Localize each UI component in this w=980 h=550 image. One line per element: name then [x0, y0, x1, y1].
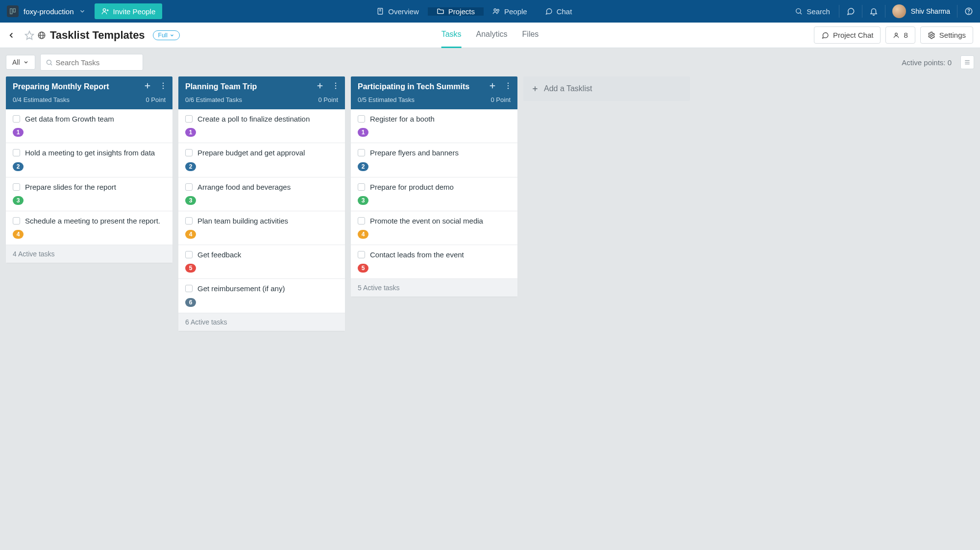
task-card[interactable]: Create a poll to finalize destination1: [178, 109, 345, 143]
user-name: Shiv Sharma: [911, 7, 950, 15]
task-checkbox[interactable]: [185, 115, 193, 123]
points-label: 0 Point: [491, 96, 511, 103]
task-checkbox[interactable]: [358, 115, 365, 123]
task-checkbox[interactable]: [185, 217, 193, 225]
task-checkbox[interactable]: [13, 149, 20, 156]
tab-tasks[interactable]: Tasks: [441, 23, 462, 48]
nav-overview[interactable]: Overview: [368, 7, 428, 16]
task-checkbox[interactable]: [13, 115, 20, 123]
nav-search[interactable]: Search: [786, 0, 839, 23]
back-button[interactable]: [7, 31, 20, 40]
tasklist-column: Participating in Tech Summits0/5 Estimat…: [351, 76, 517, 297]
svg-point-18: [895, 33, 898, 35]
task-checkbox[interactable]: [185, 285, 193, 292]
column-menu-button[interactable]: [159, 81, 168, 90]
priority-badge: 6: [185, 298, 196, 307]
task-card[interactable]: Plan team building activities4: [178, 211, 345, 245]
project-people-button[interactable]: 8: [885, 26, 915, 44]
task-card[interactable]: Promote the event on social media4: [351, 211, 517, 245]
task-card[interactable]: Prepare for product demo3: [351, 177, 517, 211]
project-tabs: TasksAnalyticsFiles: [441, 23, 539, 48]
nav-label: Projects: [448, 7, 475, 16]
notebook-icon: [376, 7, 384, 15]
globe-icon: [37, 31, 46, 40]
task-checkbox[interactable]: [13, 183, 20, 191]
invite-label: Invite People: [113, 7, 156, 16]
bell-icon: [869, 7, 878, 16]
nav-label: Chat: [557, 7, 572, 16]
add-tasklist-button[interactable]: Add a Tasklist: [523, 76, 690, 101]
nav-notifications[interactable]: [862, 0, 885, 23]
task-checkbox[interactable]: [358, 251, 365, 258]
task-card[interactable]: Get reimbursement (if any)6: [178, 279, 345, 313]
task-list: Create a poll to finalize destination1Pr…: [178, 109, 345, 313]
task-card[interactable]: Prepare flyers and banners2: [351, 143, 517, 177]
nav-conversations[interactable]: [839, 0, 862, 23]
svg-point-20: [47, 60, 51, 64]
estimate-label: 0/5 Estimated Tasks: [358, 96, 415, 103]
task-checkbox[interactable]: [358, 183, 365, 191]
add-task-button[interactable]: [488, 81, 497, 90]
task-name: Schedule a meeting to present the report…: [25, 216, 160, 226]
top-nav: foxy-production Invite People OverviewPr…: [0, 0, 980, 23]
settings-button[interactable]: Settings: [920, 26, 973, 44]
task-card[interactable]: Arrange food and beverages3: [178, 177, 345, 211]
task-checkbox[interactable]: [185, 149, 193, 156]
nav-people[interactable]: People: [484, 7, 536, 16]
task-name: Prepare flyers and banners: [370, 148, 459, 158]
filter-dropdown[interactable]: All: [6, 55, 35, 70]
task-checkbox[interactable]: [13, 217, 20, 225]
task-card[interactable]: Get feedback5: [178, 245, 345, 279]
view-mode-badge[interactable]: Full: [153, 30, 180, 40]
svg-point-33: [335, 85, 336, 86]
task-card[interactable]: Get data from Growth team1: [6, 109, 172, 143]
task-checkbox[interactable]: [185, 251, 193, 258]
user-menu[interactable]: Shiv Sharma: [885, 0, 957, 23]
priority-badge: 1: [185, 128, 196, 137]
column-menu-button[interactable]: [331, 81, 340, 90]
add-tasklist-label: Add a Tasklist: [544, 84, 592, 93]
task-name: Promote the event on social media: [370, 216, 483, 226]
priority-badge: 5: [185, 264, 196, 273]
task-card[interactable]: Register for a booth1: [351, 109, 517, 143]
svg-point-28: [163, 85, 164, 86]
task-name: Hold a meeting to get insights from data: [25, 148, 155, 158]
task-card[interactable]: Schedule a meeting to present the report…: [6, 211, 172, 245]
invite-people-button[interactable]: Invite People: [95, 3, 163, 19]
nav-help[interactable]: [957, 0, 980, 23]
svg-point-39: [508, 88, 509, 89]
avatar: [892, 4, 906, 18]
svg-point-29: [163, 88, 164, 89]
tab-files[interactable]: Files: [522, 23, 539, 48]
nav-projects[interactable]: Projects: [428, 7, 484, 16]
column-header: Planning Team Trip0/6 Estimated Tasks0 P…: [178, 76, 345, 109]
settings-label: Settings: [939, 31, 966, 39]
plus-icon: [531, 85, 539, 93]
svg-point-13: [969, 13, 969, 13]
task-checkbox[interactable]: [358, 149, 365, 156]
task-card[interactable]: Contact leads from the event5: [351, 245, 517, 279]
search-tasks-input[interactable]: [56, 58, 149, 67]
task-name: Prepare budget and get approval: [197, 148, 305, 158]
svg-point-2: [103, 9, 105, 11]
priority-badge: 4: [358, 230, 368, 239]
chat-icon: [821, 31, 829, 39]
star-button[interactable]: [24, 30, 34, 40]
task-card[interactable]: Hold a meeting to get insights from data…: [6, 143, 172, 177]
list-icon: [964, 59, 971, 66]
column-menu-button[interactable]: [504, 81, 513, 90]
task-card[interactable]: Prepare slides for the report3: [6, 177, 172, 211]
add-task-button[interactable]: [316, 81, 324, 90]
add-task-button[interactable]: [143, 81, 152, 90]
priority-badge: 1: [358, 128, 368, 137]
task-checkbox[interactable]: [185, 183, 193, 191]
nav-chat[interactable]: Chat: [536, 7, 581, 16]
task-card[interactable]: Prepare budget and get approval2: [178, 143, 345, 177]
tab-analytics[interactable]: Analytics: [476, 23, 508, 48]
priority-badge: 2: [13, 162, 24, 171]
board-options-button[interactable]: [960, 55, 974, 69]
task-checkbox[interactable]: [358, 217, 365, 225]
project-chat-button[interactable]: Project Chat: [814, 26, 881, 44]
workspace-dropdown[interactable]: foxy-production: [0, 0, 93, 23]
svg-point-19: [931, 34, 932, 36]
